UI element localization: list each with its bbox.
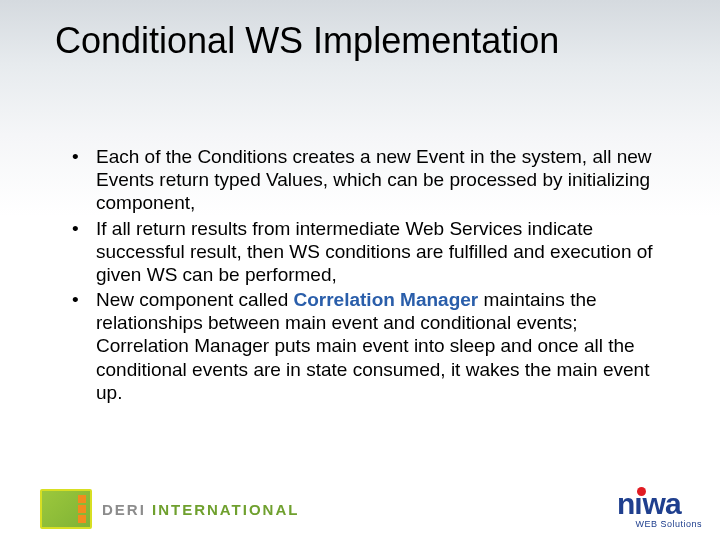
niwa-wa: wa xyxy=(643,489,681,519)
niwa-logo-icon: nıwa xyxy=(617,489,681,519)
list-item: New component called Correlation Manager… xyxy=(68,288,660,404)
list-item: Each of the Conditions creates a new Eve… xyxy=(68,145,660,215)
slide-body: Each of the Conditions creates a new Eve… xyxy=(68,145,660,406)
footer-right: nıwa WEB Solutions xyxy=(595,489,702,529)
niwa-subtitle: WEB Solutions xyxy=(635,520,702,529)
bullet-text: New component called xyxy=(96,289,294,310)
list-item: If all return results from intermediate … xyxy=(68,217,660,287)
bullet-text: If all return results from intermediate … xyxy=(96,218,653,285)
deri-text-part2: INTERNATIONAL xyxy=(146,501,300,518)
slide: Conditional WS Implementation Each of th… xyxy=(0,0,720,540)
slide-title: Conditional WS Implementation xyxy=(55,20,690,62)
niwa-i: ı xyxy=(634,489,642,519)
deri-logo-icon xyxy=(40,489,92,529)
niwa-n: n xyxy=(617,489,634,519)
bullet-list: Each of the Conditions creates a new Eve… xyxy=(68,145,660,404)
footer-left: DERI INTERNATIONAL xyxy=(40,489,299,529)
deri-text-part1: DERI xyxy=(102,501,146,518)
bullet-highlight: Correlation Manager xyxy=(294,289,479,310)
deri-logo-text: DERI INTERNATIONAL xyxy=(102,501,299,518)
bullet-text: Each of the Conditions creates a new Eve… xyxy=(96,146,652,213)
footer: DERI INTERNATIONAL nıwa WEB Solutions xyxy=(0,484,720,540)
